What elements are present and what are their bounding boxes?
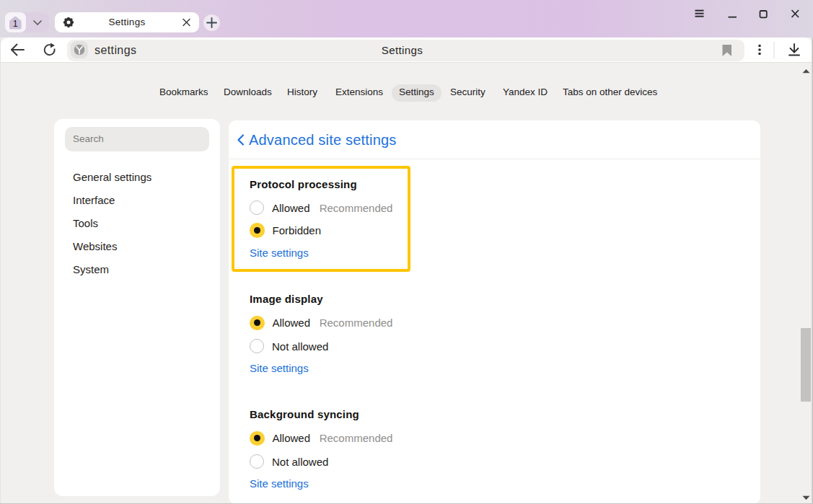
svg-text:1: 1 xyxy=(13,19,18,29)
